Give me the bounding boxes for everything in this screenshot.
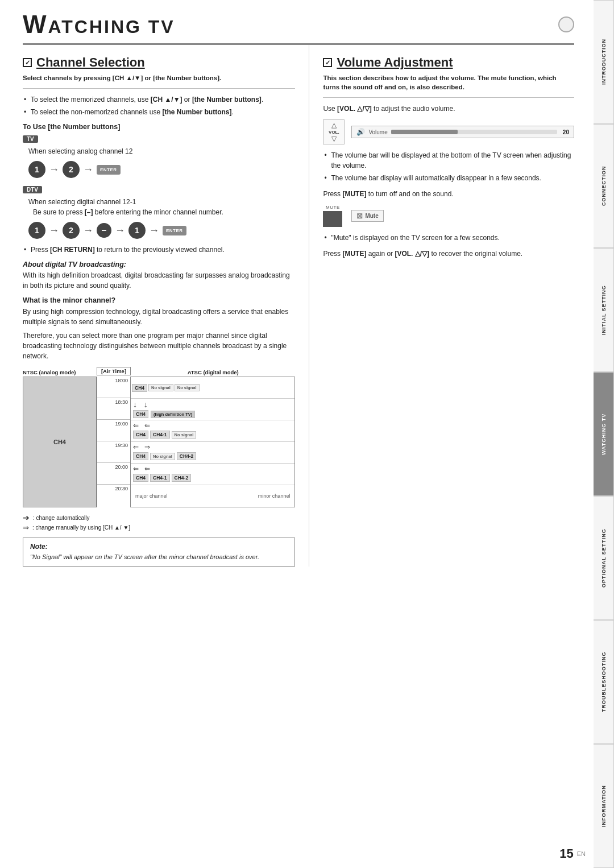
cell-nosig-r1b: No signal — [175, 384, 200, 391]
arrows-r3: ⇐ ⇐ — [133, 421, 150, 429]
dtv-arrow-2: → — [83, 225, 93, 237]
dtv-key-dash: – — [97, 223, 111, 238]
volume-section-heading: Volume Adjustment — [323, 55, 574, 70]
diagram-legend: ➔ : change automatically ⇒ : change manu… — [23, 513, 295, 532]
vol-label: VOL. — [329, 130, 339, 135]
arrow-1: → — [49, 164, 59, 176]
cell-ch4-r2: CH4 — [133, 410, 148, 418]
diag-row-1830: ↓ ↓ CH4 (high definition TV) — [131, 399, 294, 420]
major-channel-label: major channel — [135, 493, 168, 499]
diag-row-1930: ⇐ ⇒ CH4 No signal CH4-2 — [131, 442, 294, 464]
mute-button — [323, 211, 342, 227]
volume-subtitle: This section describes how to adjust the… — [323, 73, 574, 92]
key-1-circle: 1 — [28, 161, 45, 178]
arrows-r4: ⇐ ⇒ — [133, 443, 150, 451]
volume-checkbox-icon — [323, 58, 332, 67]
vol-bar-num: 20 — [563, 129, 569, 135]
channel-selection-column: Channel Selection Select channels by pre… — [23, 45, 309, 567]
digital-note2: Be sure to press [–] before entering the… — [23, 208, 295, 216]
tab-watching-tv[interactable]: WATCHING TV — [594, 372, 614, 496]
dtv-arrow-3: → — [115, 225, 125, 237]
mute-display-text: Mute — [365, 213, 378, 219]
cell-nosig-r1a: No signal — [148, 384, 173, 391]
diag-row-1900: ⇐ ⇐ CH4 CH4-1 No signal — [131, 420, 294, 442]
diagram-header: NTSC (analog mode) [Air Time] ATSC (digi… — [23, 367, 295, 375]
note-text: "No Signal" will appear on the TV screen… — [30, 553, 288, 561]
tab-initial-setting[interactable]: INITIAL SETTING — [594, 248, 614, 372]
analog-note: When selecting analog channel 12 — [23, 147, 295, 155]
manual-arrow-icon: ⇒ — [23, 523, 29, 532]
ntsc-label: NTSC (analog mode) — [23, 369, 97, 375]
diag-row-2030: major channel minor channel — [131, 485, 294, 507]
minor-heading: What is the minor channel? — [23, 296, 295, 304]
vol-bar-text: Volume — [368, 129, 387, 135]
about-text: With its high definition broadcast, digi… — [23, 270, 295, 291]
ntsc-block: CH4 — [23, 377, 97, 507]
time-1800: 18:00 — [97, 377, 130, 398]
vol-speaker-icon: 🔊 — [356, 128, 365, 136]
diagram-body: CH4 18:00 18:30 19:00 19:30 20:00 20:30 — [23, 377, 295, 507]
dtv-key-2: 2 — [63, 222, 80, 239]
dtv-enter-key: ENTER — [163, 226, 186, 235]
key-2-circle: 2 — [63, 161, 80, 178]
auto-arrow-icon: ➔ — [23, 513, 30, 522]
vol-bar-container: 🔊 Volume 20 — [351, 126, 574, 138]
volume-divider — [323, 97, 574, 98]
dtv-arrow-4: → — [149, 225, 159, 237]
cell-ch42-r4: CH4-2 — [177, 452, 197, 460]
minor-text1: By using high compression technology, di… — [23, 307, 295, 327]
cell-ch4-r3: CH4 — [133, 431, 148, 439]
mute-bullet: "Mute" is displayed on the TV screen for… — [323, 233, 574, 243]
about-heading: About digital TV broadcasting: — [23, 261, 295, 268]
header-circle — [558, 16, 574, 32]
vol-area: △ VOL. ▽ 🔊 Volume 20 — [323, 119, 574, 144]
cell-hd: (high definition TV) — [151, 411, 195, 418]
arrows-r2: ↓ ↓ — [133, 400, 148, 409]
vol-up-icon: △ — [331, 121, 337, 129]
page-header: WATCHING TV — [23, 0, 574, 45]
tab-troubleshooting[interactable]: TROUBLESHOOTING — [594, 620, 614, 744]
mute-label: MUTE — [326, 205, 340, 210]
channel-bullet-2: To select the non-memorized channels use… — [23, 107, 295, 117]
time-1930: 19:30 — [97, 441, 130, 463]
cell-nosig-r4: No signal — [150, 453, 175, 460]
enter-key: ENTER — [97, 165, 121, 175]
tab-introduction[interactable]: INTRODUCTION — [594, 0, 614, 124]
arrows-r5: ⇐ ⇐ — [133, 465, 150, 473]
volume-section-title: Volume Adjustment — [337, 55, 453, 70]
tv-key-sequence: 1 → 2 → ENTER — [28, 161, 295, 178]
time-1900: 19:00 — [97, 420, 130, 441]
legend-auto: ➔ : change automatically — [23, 513, 295, 522]
volume-section-column: Volume Adjustment This section describes… — [309, 45, 574, 567]
note-box: Note: "No Signal" will appear on the TV … — [23, 538, 295, 567]
number-buttons-heading: To Use [the Number buttons] — [23, 123, 295, 131]
cell-ch4-r5: CH4 — [133, 474, 148, 482]
atsc-label: ATSC (digital mode) — [131, 369, 295, 375]
airtime-label: [Air Time] — [97, 367, 131, 375]
dtv-key-1b: 1 — [128, 222, 146, 239]
legend-manual: ⇒ : change manually by using [CH ▲/ ▼] — [23, 523, 295, 532]
mute-area: MUTE ⊠ Mute — [323, 205, 574, 227]
channel-bullet-1: To select the memorized channels, use [C… — [23, 94, 295, 105]
mute-x-icon: ⊠ — [356, 212, 363, 220]
dtv-badge: DTV — [23, 186, 42, 193]
time-2000: 20:00 — [97, 463, 130, 485]
vol-bar-track — [391, 130, 557, 134]
channel-divider — [23, 88, 295, 89]
tab-information[interactable]: INFORMATION — [594, 744, 614, 868]
two-col-layout: Channel Selection Select channels by pre… — [23, 45, 574, 567]
legend-auto-text: : change automatically — [33, 515, 90, 521]
legend-manual-text: : change manually by using [CH ▲/ ▼] — [32, 524, 130, 531]
page-number-area: 15 EN — [559, 846, 586, 861]
recover-text: Press [MUTE] again or [VOL. △/▽] to reco… — [323, 249, 574, 259]
arrow-2: → — [83, 164, 93, 176]
dtv-arrow-1: → — [49, 225, 59, 237]
tab-connection[interactable]: CONNECTION — [594, 124, 614, 248]
mute-display-box: ⊠ Mute — [351, 210, 383, 222]
cell-ch42-r5: CH4-2 — [172, 474, 192, 482]
minor-text2: Therefore, you can select more than one … — [23, 330, 295, 361]
cell-nosig-r3: No signal — [172, 431, 197, 439]
tab-optional-setting[interactable]: OPTIONAL SETTING — [594, 496, 614, 620]
vol-bullet-2: The volume bar display will automaticall… — [323, 173, 574, 183]
channel-subtitle: Select channels by pressing [CH ▲/▼] or … — [23, 73, 295, 82]
